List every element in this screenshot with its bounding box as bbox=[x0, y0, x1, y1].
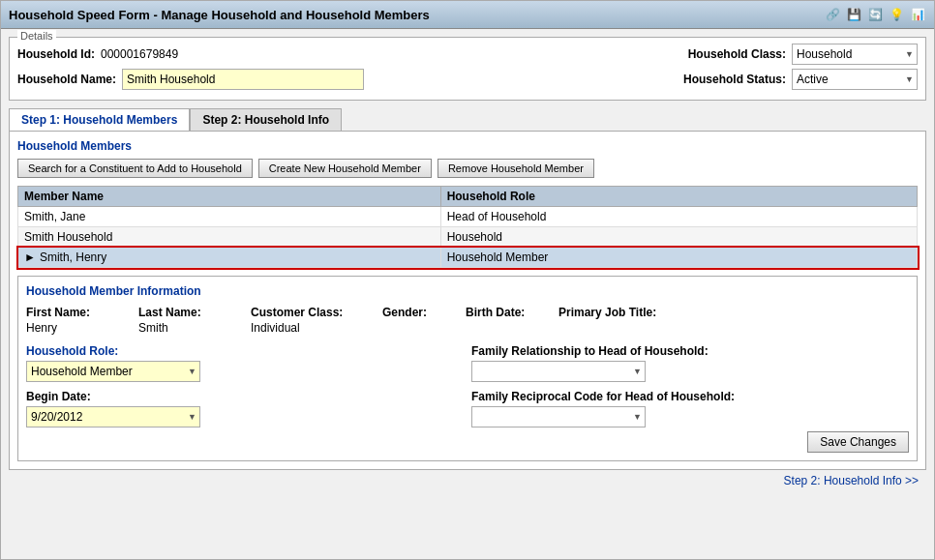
family-rel-group: Family Relationship to Head of Household… bbox=[471, 344, 909, 382]
title-bar: Household Speed Form - Manage Household … bbox=[1, 1, 934, 29]
household-class-label: Household Class: bbox=[688, 47, 786, 61]
household-id-group: Household Id: 000001679849 bbox=[17, 47, 178, 61]
details-row2: Household Name: Household Status: Active bbox=[17, 69, 918, 90]
members-table: Member Name Household Role Smith, JaneHe… bbox=[17, 186, 918, 268]
household-name-label: Household Name: bbox=[17, 73, 116, 86]
customer-class-label: Customer Class: bbox=[251, 306, 367, 319]
table-row[interactable]: Smith HouseholdHousehold bbox=[18, 227, 918, 248]
member-info-heading: Household Member Information bbox=[26, 284, 909, 298]
col-member-name: Member Name bbox=[18, 187, 441, 207]
lightbulb-icon[interactable]: 💡 bbox=[888, 6, 905, 23]
family-reciprocal-label: Family Reciprocal Code for Head of House… bbox=[471, 390, 909, 403]
link-icon[interactable]: 🔗 bbox=[824, 6, 841, 23]
save-changes-button[interactable]: Save Changes bbox=[807, 431, 909, 453]
col-household-role: Household Role bbox=[440, 187, 917, 207]
household-name-group: Household Name: bbox=[17, 69, 364, 90]
action-buttons: Search for a Constituent to Add to House… bbox=[17, 159, 918, 178]
page-content: Details Household Id: 000001679849 House… bbox=[1, 29, 934, 499]
birth-date-value bbox=[466, 321, 543, 335]
tab-content: Household Members Search for a Constitue… bbox=[9, 131, 926, 470]
details-label: Details bbox=[17, 30, 56, 42]
window-title: Household Speed Form - Manage Household … bbox=[9, 8, 430, 22]
footer: Step 2: Household Info >> bbox=[9, 470, 926, 491]
step1-content: Household Members Search for a Constitue… bbox=[17, 139, 918, 461]
household-name-input[interactable] bbox=[122, 69, 364, 90]
household-members-heading: Household Members bbox=[17, 139, 918, 153]
member-name-cell: Smith Household bbox=[18, 227, 441, 248]
begin-date-group: Begin Date: 9/20/2012 bbox=[26, 390, 464, 427]
tab-bar: Step 1: Household Members Step 2: Househ… bbox=[9, 108, 926, 131]
info-labels-row: First Name: Last Name: Customer Class: G… bbox=[26, 306, 909, 319]
gender-label: Gender: bbox=[382, 306, 450, 319]
member-role-cell: Head of Household bbox=[440, 207, 917, 227]
refresh-icon[interactable]: 🔄 bbox=[866, 6, 884, 23]
household-status-label: Household Status: bbox=[683, 73, 786, 86]
gender-value bbox=[382, 321, 450, 335]
step2-link[interactable]: Step 2: Household Info >> bbox=[784, 474, 919, 487]
member-role-cell: Household Member bbox=[440, 248, 917, 268]
family-rel-select-wrapper bbox=[471, 361, 646, 382]
birth-date-label: Birth Date: bbox=[466, 306, 543, 319]
main-window: Household Speed Form - Manage Household … bbox=[0, 0, 935, 560]
primary-job-title-value bbox=[558, 321, 675, 335]
household-status-group: Household Status: Active bbox=[683, 69, 918, 90]
member-role-cell: Household bbox=[440, 227, 917, 248]
create-household-member-button[interactable]: Create New Household Member bbox=[258, 159, 432, 178]
save-btn-row: Save Changes bbox=[26, 431, 909, 453]
title-icons: 🔗 💾 🔄 💡 📊 bbox=[824, 6, 926, 23]
household-class-select[interactable]: Household bbox=[792, 44, 918, 65]
save-icon[interactable]: 💾 bbox=[845, 6, 862, 23]
household-role-select-wrapper: Household Member bbox=[26, 361, 200, 382]
begin-date-select[interactable]: 9/20/2012 bbox=[26, 406, 200, 427]
household-role-select[interactable]: Household Member bbox=[26, 361, 200, 382]
member-name-cell: Smith, Jane bbox=[18, 207, 441, 227]
members-table-container: Member Name Household Role Smith, JaneHe… bbox=[17, 186, 918, 268]
table-row[interactable]: Smith, JaneHead of Household bbox=[18, 207, 918, 227]
primary-job-title-label: Primary Job Title: bbox=[558, 306, 675, 319]
household-class-group: Household Class: Household bbox=[688, 44, 918, 65]
first-name-value: Henry bbox=[26, 321, 123, 335]
family-rel-label: Family Relationship to Head of Household… bbox=[471, 344, 909, 358]
household-id-label: Household Id: bbox=[17, 47, 95, 61]
member-name-cell: ►Smith, Henry bbox=[18, 248, 441, 268]
household-class-select-wrapper: Household bbox=[792, 44, 918, 65]
family-reciprocal-group: Family Reciprocal Code for Head of House… bbox=[471, 390, 909, 427]
table-row[interactable]: ►Smith, HenryHousehold Member bbox=[18, 248, 918, 268]
household-role-group: Household Role: Household Member bbox=[26, 344, 464, 382]
details-row1: Household Id: 000001679849 Household Cla… bbox=[17, 44, 918, 65]
family-rel-select[interactable] bbox=[471, 361, 646, 382]
lower-form: Household Role: Household Member Begin D… bbox=[26, 344, 909, 427]
first-name-label: First Name: bbox=[26, 306, 123, 319]
household-id-value: 000001679849 bbox=[101, 47, 178, 61]
begin-date-select-wrapper: 9/20/2012 bbox=[26, 406, 200, 427]
details-section: Details Household Id: 000001679849 House… bbox=[9, 37, 926, 101]
search-constituent-button[interactable]: Search for a Constituent to Add to House… bbox=[17, 159, 253, 178]
tab-step1[interactable]: Step 1: Household Members bbox=[9, 108, 190, 131]
table-header-row: Member Name Household Role bbox=[18, 187, 918, 207]
family-reciprocal-select[interactable] bbox=[471, 406, 646, 427]
last-name-value: Smith bbox=[138, 321, 235, 335]
begin-date-label: Begin Date: bbox=[26, 390, 464, 403]
household-status-select[interactable]: Active bbox=[792, 69, 918, 90]
last-name-label: Last Name: bbox=[138, 306, 235, 319]
member-info-section: Household Member Information First Name:… bbox=[17, 276, 918, 461]
household-role-label: Household Role: bbox=[26, 344, 464, 358]
household-status-select-wrapper: Active bbox=[792, 69, 918, 90]
report-icon[interactable]: 📊 bbox=[909, 6, 926, 23]
customer-class-value: Individual bbox=[251, 321, 367, 335]
remove-household-member-button[interactable]: Remove Household Member bbox=[437, 159, 594, 178]
family-reciprocal-select-wrapper bbox=[471, 406, 646, 427]
left-column: Household Role: Household Member Begin D… bbox=[26, 344, 464, 427]
info-values-row: Henry Smith Individual bbox=[26, 321, 909, 335]
tab-step2[interactable]: Step 2: Household Info bbox=[190, 108, 342, 131]
right-column: Family Relationship to Head of Household… bbox=[471, 344, 909, 427]
